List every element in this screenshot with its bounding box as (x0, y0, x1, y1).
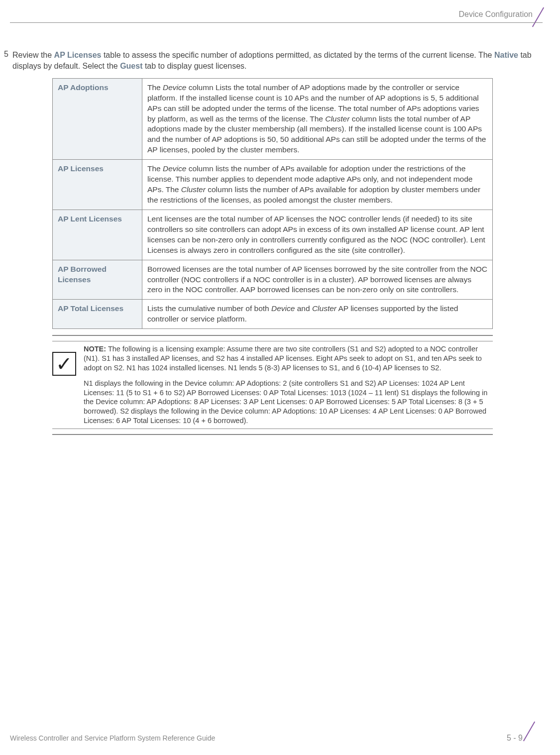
ap-licenses-table: AP Adoptions The Device column Lists the… (52, 78, 493, 329)
main-content: 5 Review the AP Licenses table to assess… (0, 50, 543, 435)
row-desc: The Device column lists the number of AP… (142, 160, 493, 210)
intro-highlight-3: Guest (120, 62, 142, 70)
header-text: Device Configuration (458, 10, 533, 19)
row-label: AP Licenses (53, 160, 142, 210)
table-row: AP Adoptions The Device column Lists the… (53, 78, 493, 159)
row-desc: Lists the cumulative number of both Devi… (142, 300, 493, 329)
row-desc: Borrowed licenses are the total number o… (142, 260, 493, 300)
header-slash-decoration (533, 6, 548, 31)
step-number: 5 (0, 50, 12, 72)
header-divider (10, 22, 543, 23)
footer-text: Wireless Controller and Service Platform… (10, 734, 215, 742)
checkmark-icon: ✓ (52, 352, 76, 376)
note-text: NOTE: The following is a licensing examp… (84, 344, 493, 426)
table-row: AP Borrowed Licenses Borrowed licenses a… (53, 260, 493, 300)
note-para-1: The following is a licensing example: As… (84, 345, 482, 372)
footer-page-number: 5 - 9 (507, 734, 523, 743)
row-label: AP Borrowed Licenses (53, 260, 142, 300)
footer-slash-decoration (524, 720, 539, 745)
intro-text-2: table to assess the specific number of a… (101, 51, 494, 59)
note-label: NOTE: (84, 345, 106, 353)
intro-text-4: tab to display guest licenses. (142, 62, 246, 70)
note-inner: ✓ NOTE: The following is a licensing exa… (52, 344, 493, 426)
row-label: AP Adoptions (53, 78, 142, 159)
row-desc: Lent licenses are the total number of AP… (142, 210, 493, 260)
table-row: AP Licenses The Device column lists the … (53, 160, 493, 210)
step-text: Review the AP Licenses table to assess t… (12, 50, 543, 72)
row-label: AP Total Licenses (53, 300, 142, 329)
table-row: AP Total Licenses Lists the cumulative n… (53, 300, 493, 329)
intro-text-1: Review the (12, 51, 54, 59)
footer: Wireless Controller and Service Platform… (10, 734, 543, 743)
intro-highlight-2: Native (494, 51, 518, 59)
note-container: ✓ NOTE: The following is a licensing exa… (52, 335, 493, 435)
step-intro: 5 Review the AP Licenses table to assess… (0, 50, 543, 72)
note-para-2: N1 displays the following in the Device … (84, 379, 493, 426)
table-container: AP Adoptions The Device column Lists the… (52, 78, 493, 329)
intro-highlight-1: AP Licenses (54, 51, 102, 59)
row-label: AP Lent Licenses (53, 210, 142, 260)
table-row: AP Lent Licenses Lent licenses are the t… (53, 210, 493, 260)
row-desc: The Device column Lists the total number… (142, 78, 493, 159)
